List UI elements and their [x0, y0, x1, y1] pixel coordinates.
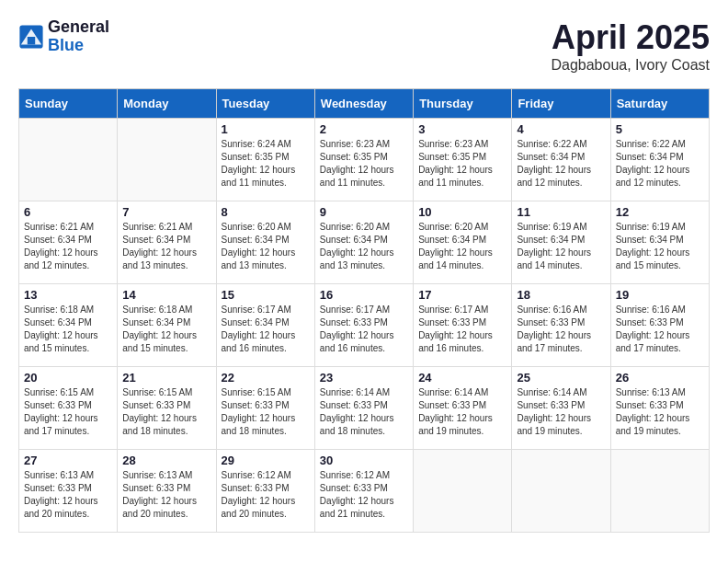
day-number: 3: [418, 122, 506, 136]
calendar-cell: 8Sunrise: 6:20 AM Sunset: 6:34 PM Daylig…: [216, 201, 314, 284]
day-info: Sunrise: 6:14 AM Sunset: 6:33 PM Dayligh…: [517, 386, 605, 438]
logo: General Blue: [18, 18, 109, 55]
day-info: Sunrise: 6:15 AM Sunset: 6:33 PM Dayligh…: [122, 386, 210, 438]
day-info: Sunrise: 6:13 AM Sunset: 6:33 PM Dayligh…: [616, 386, 704, 438]
day-info: Sunrise: 6:12 AM Sunset: 6:33 PM Dayligh…: [320, 469, 408, 521]
calendar-header: SundayMondayTuesdayWednesdayThursdayFrid…: [19, 89, 710, 119]
day-number: 10: [418, 205, 506, 219]
day-info: Sunrise: 6:14 AM Sunset: 6:33 PM Dayligh…: [320, 386, 408, 438]
day-number: 17: [418, 288, 506, 302]
day-info: Sunrise: 6:24 AM Sunset: 6:35 PM Dayligh…: [222, 138, 310, 190]
day-info: Sunrise: 6:17 AM Sunset: 6:34 PM Dayligh…: [222, 304, 310, 355]
logo-icon: [18, 24, 44, 50]
header-row: SundayMondayTuesdayWednesdayThursdayFrid…: [19, 89, 710, 119]
day-number: 20: [24, 371, 112, 385]
calendar-cell: 28Sunrise: 6:13 AM Sunset: 6:33 PM Dayli…: [118, 450, 216, 533]
calendar-table: SundayMondayTuesdayWednesdayThursdayFrid…: [18, 88, 710, 533]
calendar-cell: 22Sunrise: 6:15 AM Sunset: 6:33 PM Dayli…: [216, 367, 314, 450]
day-info: Sunrise: 6:23 AM Sunset: 6:35 PM Dayligh…: [418, 138, 506, 190]
calendar-cell: 20Sunrise: 6:15 AM Sunset: 6:33 PM Dayli…: [19, 367, 118, 450]
day-number: 1: [222, 122, 310, 136]
calendar-cell: 24Sunrise: 6:14 AM Sunset: 6:33 PM Dayli…: [414, 367, 512, 450]
day-number: 8: [222, 205, 310, 219]
title-section: April 2025 Dagbaboua, Ivory Coast: [551, 18, 710, 74]
day-number: 6: [24, 205, 112, 219]
day-number: 19: [616, 288, 704, 302]
day-number: 5: [616, 122, 704, 136]
logo-general: General: [48, 18, 109, 37]
calendar-cell: 13Sunrise: 6:18 AM Sunset: 6:34 PM Dayli…: [19, 284, 118, 367]
calendar-cell: 21Sunrise: 6:15 AM Sunset: 6:33 PM Dayli…: [118, 367, 216, 450]
day-number: 13: [24, 288, 112, 302]
day-info: Sunrise: 6:14 AM Sunset: 6:33 PM Dayligh…: [418, 386, 506, 438]
calendar-week-2: 6Sunrise: 6:21 AM Sunset: 6:34 PM Daylig…: [19, 201, 710, 284]
day-info: Sunrise: 6:16 AM Sunset: 6:33 PM Dayligh…: [616, 304, 704, 355]
calendar-cell: 19Sunrise: 6:16 AM Sunset: 6:33 PM Dayli…: [610, 284, 709, 367]
calendar-week-5: 27Sunrise: 6:13 AM Sunset: 6:33 PM Dayli…: [19, 450, 710, 533]
calendar-cell: 6Sunrise: 6:21 AM Sunset: 6:34 PM Daylig…: [19, 201, 118, 284]
day-header-monday: Monday: [118, 89, 216, 119]
calendar-cell: [512, 450, 610, 533]
day-info: Sunrise: 6:20 AM Sunset: 6:34 PM Dayligh…: [320, 221, 408, 272]
calendar-cell: 29Sunrise: 6:12 AM Sunset: 6:33 PM Dayli…: [216, 450, 314, 533]
calendar-cell: 17Sunrise: 6:17 AM Sunset: 6:33 PM Dayli…: [414, 284, 512, 367]
svg-rect-2: [28, 37, 35, 44]
calendar-cell: 26Sunrise: 6:13 AM Sunset: 6:33 PM Dayli…: [610, 367, 709, 450]
calendar-cell: 25Sunrise: 6:14 AM Sunset: 6:33 PM Dayli…: [512, 367, 610, 450]
day-number: 26: [616, 371, 704, 385]
calendar-body: 1Sunrise: 6:24 AM Sunset: 6:35 PM Daylig…: [19, 119, 710, 533]
day-number: 7: [122, 205, 210, 219]
day-number: 24: [418, 371, 506, 385]
day-number: 28: [122, 454, 210, 467]
calendar-cell: 15Sunrise: 6:17 AM Sunset: 6:34 PM Dayli…: [216, 284, 314, 367]
calendar-cell: 14Sunrise: 6:18 AM Sunset: 6:34 PM Dayli…: [118, 284, 216, 367]
calendar-cell: 18Sunrise: 6:16 AM Sunset: 6:33 PM Dayli…: [512, 284, 610, 367]
calendar-cell: [414, 450, 512, 533]
calendar-cell: 4Sunrise: 6:22 AM Sunset: 6:34 PM Daylig…: [512, 119, 610, 201]
day-number: 9: [320, 205, 408, 219]
calendar-cell: 5Sunrise: 6:22 AM Sunset: 6:34 PM Daylig…: [610, 119, 709, 201]
day-info: Sunrise: 6:21 AM Sunset: 6:34 PM Dayligh…: [24, 221, 112, 272]
day-number: 4: [517, 122, 605, 136]
calendar-week-3: 13Sunrise: 6:18 AM Sunset: 6:34 PM Dayli…: [19, 284, 710, 367]
month-title: April 2025: [551, 18, 710, 57]
calendar-cell: 27Sunrise: 6:13 AM Sunset: 6:33 PM Dayli…: [19, 450, 118, 533]
day-info: Sunrise: 6:20 AM Sunset: 6:34 PM Dayligh…: [418, 221, 506, 272]
calendar-cell: 16Sunrise: 6:17 AM Sunset: 6:33 PM Dayli…: [314, 284, 413, 367]
day-info: Sunrise: 6:20 AM Sunset: 6:34 PM Dayligh…: [222, 221, 310, 272]
day-header-friday: Friday: [512, 89, 610, 119]
calendar-cell: 9Sunrise: 6:20 AM Sunset: 6:34 PM Daylig…: [314, 201, 413, 284]
day-info: Sunrise: 6:12 AM Sunset: 6:33 PM Dayligh…: [222, 469, 310, 521]
day-number: 23: [320, 371, 408, 385]
calendar-cell: 12Sunrise: 6:19 AM Sunset: 6:34 PM Dayli…: [610, 201, 709, 284]
calendar-week-1: 1Sunrise: 6:24 AM Sunset: 6:35 PM Daylig…: [19, 119, 710, 201]
day-info: Sunrise: 6:17 AM Sunset: 6:33 PM Dayligh…: [320, 304, 408, 355]
calendar-cell: 3Sunrise: 6:23 AM Sunset: 6:35 PM Daylig…: [414, 119, 512, 201]
day-info: Sunrise: 6:22 AM Sunset: 6:34 PM Dayligh…: [517, 138, 605, 190]
day-info: Sunrise: 6:16 AM Sunset: 6:33 PM Dayligh…: [517, 304, 605, 355]
logo-text: General Blue: [48, 18, 109, 55]
day-number: 11: [517, 205, 605, 219]
day-number: 2: [320, 122, 408, 136]
calendar-cell: [118, 119, 216, 201]
location: Dagbaboua, Ivory Coast: [551, 57, 710, 74]
day-number: 16: [320, 288, 408, 302]
calendar-cell: 23Sunrise: 6:14 AM Sunset: 6:33 PM Dayli…: [314, 367, 413, 450]
day-number: 25: [517, 371, 605, 385]
calendar-cell: [610, 450, 709, 533]
day-header-thursday: Thursday: [414, 89, 512, 119]
calendar-cell: 7Sunrise: 6:21 AM Sunset: 6:34 PM Daylig…: [118, 201, 216, 284]
day-number: 15: [222, 288, 310, 302]
day-info: Sunrise: 6:19 AM Sunset: 6:34 PM Dayligh…: [616, 221, 704, 272]
day-number: 18: [517, 288, 605, 302]
calendar-cell: 2Sunrise: 6:23 AM Sunset: 6:35 PM Daylig…: [314, 119, 413, 201]
calendar-week-4: 20Sunrise: 6:15 AM Sunset: 6:33 PM Dayli…: [19, 367, 710, 450]
day-info: Sunrise: 6:15 AM Sunset: 6:33 PM Dayligh…: [222, 386, 310, 438]
calendar-cell: 10Sunrise: 6:20 AM Sunset: 6:34 PM Dayli…: [414, 201, 512, 284]
day-header-saturday: Saturday: [610, 89, 709, 119]
day-info: Sunrise: 6:21 AM Sunset: 6:34 PM Dayligh…: [122, 221, 210, 272]
day-number: 12: [616, 205, 704, 219]
day-info: Sunrise: 6:13 AM Sunset: 6:33 PM Dayligh…: [122, 469, 210, 521]
logo-blue: Blue: [48, 37, 109, 55]
day-info: Sunrise: 6:15 AM Sunset: 6:33 PM Dayligh…: [24, 386, 112, 438]
